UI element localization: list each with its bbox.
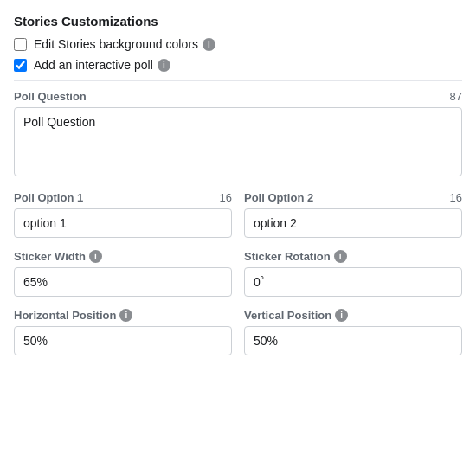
poll-option1-label: Poll Option 1 xyxy=(14,191,83,204)
position-row: Horizontal Position i Vertical Position … xyxy=(14,309,462,368)
poll-question-label-row: Poll Question 87 xyxy=(14,90,462,103)
sticker-width-label-row: Sticker Width i xyxy=(14,250,232,263)
poll-option2-input[interactable] xyxy=(244,208,462,238)
poll-option2-group: Poll Option 2 16 xyxy=(244,191,462,238)
section-title: Stories Customizations xyxy=(14,14,462,29)
poll-question-group: Poll Question 87 xyxy=(14,90,462,179)
poll-option1-group: Poll Option 1 16 xyxy=(14,191,232,238)
vertical-position-label-row: Vertical Position i xyxy=(244,309,462,322)
edit-bg-checkbox[interactable] xyxy=(14,38,27,51)
poll-question-input[interactable] xyxy=(14,107,462,176)
sticker-rotation-input[interactable] xyxy=(244,267,462,297)
add-poll-label[interactable]: Add an interactive poll i xyxy=(34,58,170,72)
sticker-width-info-icon[interactable]: i xyxy=(89,250,102,263)
poll-options-row: Poll Option 1 16 Poll Option 2 16 xyxy=(14,191,462,250)
sticker-rotation-label-row: Sticker Rotation i xyxy=(244,250,462,263)
poll-option2-char-count: 16 xyxy=(450,191,462,204)
poll-option1-char-count: 16 xyxy=(220,191,232,204)
horizontal-position-input[interactable] xyxy=(14,326,232,356)
poll-option2-label: Poll Option 2 xyxy=(244,191,313,204)
horizontal-position-label-row: Horizontal Position i xyxy=(14,309,232,322)
poll-question-label: Poll Question xyxy=(14,90,87,103)
sticker-rotation-group: Sticker Rotation i xyxy=(244,250,462,297)
vertical-position-input[interactable] xyxy=(244,326,462,356)
add-poll-row: Add an interactive poll i xyxy=(14,58,462,72)
edit-bg-label[interactable]: Edit Stories background colors i xyxy=(34,37,215,51)
sticker-width-label: Sticker Width i xyxy=(14,250,102,263)
edit-bg-row: Edit Stories background colors i xyxy=(14,37,462,51)
divider-1 xyxy=(14,80,462,81)
vertical-position-info-icon[interactable]: i xyxy=(335,309,348,322)
horizontal-position-info-icon[interactable]: i xyxy=(119,309,132,322)
add-poll-checkbox[interactable] xyxy=(14,59,27,72)
sticker-rotation-label: Sticker Rotation i xyxy=(244,250,347,263)
poll-option1-label-row: Poll Option 1 16 xyxy=(14,191,232,204)
vertical-position-group: Vertical Position i xyxy=(244,309,462,356)
poll-option2-label-row: Poll Option 2 16 xyxy=(244,191,462,204)
poll-question-char-count: 87 xyxy=(450,90,462,103)
horizontal-position-group: Horizontal Position i xyxy=(14,309,232,356)
sticker-width-group: Sticker Width i xyxy=(14,250,232,297)
poll-option1-input[interactable] xyxy=(14,208,232,238)
sticker-rotation-info-icon[interactable]: i xyxy=(334,250,347,263)
horizontal-position-label: Horizontal Position i xyxy=(14,309,132,322)
vertical-position-label: Vertical Position i xyxy=(244,309,348,322)
sticker-row: Sticker Width i Sticker Rotation i xyxy=(14,250,462,309)
edit-bg-info-icon[interactable]: i xyxy=(203,38,215,51)
add-poll-info-icon[interactable]: i xyxy=(158,59,170,72)
sticker-width-input[interactable] xyxy=(14,267,232,297)
